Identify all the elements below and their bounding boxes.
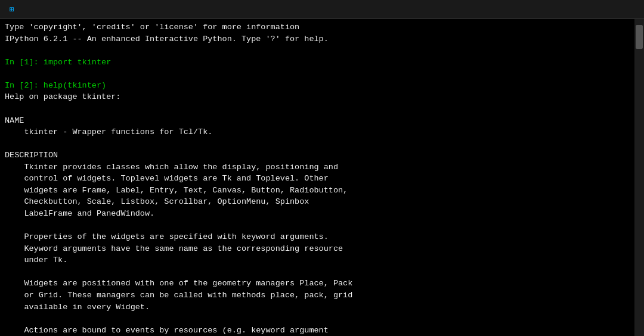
terminal-line: available in every Widget.: [5, 301, 630, 313]
terminal-line: under Tk.: [5, 254, 630, 266]
prompt: In [2]:: [5, 81, 44, 90]
terminal-line: NAME: [5, 115, 630, 127]
prompt: In [1]:: [5, 58, 44, 67]
maximize-button[interactable]: [580, 0, 607, 19]
empty-line: [5, 220, 630, 232]
empty-line: [5, 103, 630, 115]
terminal-line: Actions are bound to events by resources…: [5, 325, 630, 336]
empty-line: [5, 266, 630, 278]
title-bar-controls: [550, 0, 637, 19]
empty-line: [5, 138, 630, 150]
terminal-line: In [2]: help(tkinter): [5, 80, 630, 92]
terminal-line: Widgets are positioned with one of the g…: [5, 278, 630, 290]
terminal-output[interactable]: Type 'copyright', 'credits' or 'license'…: [0, 19, 634, 336]
empty-line: [5, 68, 630, 80]
scrollbar-track[interactable]: [634, 19, 644, 336]
empty-line: [5, 45, 630, 57]
terminal-line: Help on package tkinter:: [5, 91, 630, 103]
terminal-line: widgets are Frame, Label, Entry, Text, C…: [5, 185, 630, 197]
terminal-line: Keyword arguments have the same name as …: [5, 243, 630, 255]
minimize-button[interactable]: [550, 0, 577, 19]
terminal-line: Type 'copyright', 'credits' or 'license'…: [5, 21, 630, 33]
code: import tkinter: [44, 58, 111, 67]
empty-line: [5, 313, 630, 325]
terminal-line: Checkbutton, Scale, Listbox, Scrollbar, …: [5, 196, 630, 208]
terminal-container: Type 'copyright', 'credits' or 'license'…: [0, 19, 644, 336]
terminal-line: tkinter - Wrapper functions for Tcl/Tk.: [5, 126, 630, 138]
terminal-line: LabelFrame and PanedWindow.: [5, 208, 630, 220]
close-button[interactable]: [609, 0, 637, 19]
ipython-icon: ⊞: [7, 5, 17, 14]
terminal-line: Tkinter provides classes which allow the…: [5, 161, 630, 173]
terminal-line: Properties of the widgets are specified …: [5, 231, 630, 243]
terminal-line: IPython 6.2.1 -- An enhanced Interactive…: [5, 33, 630, 45]
terminal-line: control of widgets. Toplevel widgets are…: [5, 173, 630, 185]
title-bar: ⊞: [0, 0, 644, 19]
scrollbar-thumb[interactable]: [636, 25, 643, 49]
title-bar-left: ⊞: [7, 5, 21, 14]
terminal-line: DESCRIPTION: [5, 150, 630, 161]
window: ⊞ Type 'copyright', 'credits' or 'licens…: [0, 0, 644, 336]
terminal-line: or Grid. These managers can be called wi…: [5, 290, 630, 301]
terminal-line: In [1]: import tkinter: [5, 57, 630, 69]
code: help(tkinter): [44, 81, 106, 90]
